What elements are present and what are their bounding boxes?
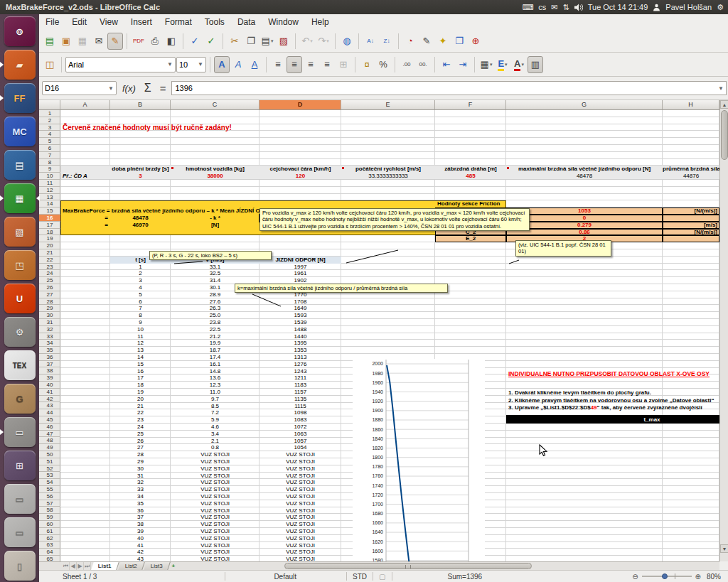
t-value[interactable]: 2 [110, 270, 171, 277]
t-value[interactable]: 40 [110, 535, 171, 542]
zoom-in-icon[interactable]: ⊕ [695, 573, 701, 581]
odpor-value[interactable]: VUZ STOJI [259, 535, 341, 542]
row-header-54[interactable]: 54 [39, 479, 60, 486]
v-value[interactable]: 14.8 [171, 368, 259, 375]
row-header-64[interactable]: 64 [39, 549, 60, 556]
odpor-value[interactable]: VUZ STOJI [259, 507, 341, 514]
embedded-chart[interactable]: 2000198019601940192019001880186018401820… [353, 359, 485, 561]
function-wizard-icon[interactable]: f(x) [119, 83, 139, 94]
v-value[interactable]: 11.0 [171, 389, 259, 396]
t-value[interactable]: 9 [110, 319, 171, 326]
v-value[interactable]: VUZ STOJI [171, 451, 259, 458]
launcher-simple-scan[interactable]: ▭ [4, 417, 36, 447]
odpor-value[interactable]: VUZ STOJI [259, 500, 341, 507]
v-value[interactable]: VUZ STOJI [171, 535, 259, 542]
row-header-10[interactable]: 10 [39, 173, 60, 180]
row-header-55[interactable]: 55 [39, 486, 60, 493]
v-value[interactable]: VUZ STOJI [171, 500, 259, 507]
t-value[interactable]: 18 [110, 382, 171, 389]
row-header-52[interactable]: 52 [39, 465, 60, 473]
percent-icon[interactable]: % [375, 56, 391, 73]
v-value[interactable]: 32.5 [171, 270, 259, 277]
row-header-38[interactable]: 38 [39, 367, 60, 374]
v-value[interactable]: 33.1 [171, 264, 259, 271]
row-header-50[interactable]: 50 [39, 451, 60, 458]
odpor-value[interactable]: 1115 [259, 403, 341, 410]
t-value[interactable]: 1 [110, 264, 171, 271]
row-header-60[interactable]: 60 [39, 521, 60, 528]
header-G9[interactable]: maximální brzdná síla včetně jízdního od… [506, 166, 663, 173]
t-value[interactable]: 23 [110, 416, 171, 424]
odpor-value[interactable]: 1353 [259, 347, 341, 354]
v-value[interactable]: 16.1 [171, 361, 259, 368]
vertical-scrollbar[interactable]: ▲ ▼ [719, 100, 728, 561]
status-sum[interactable]: Sum=1396 [448, 573, 483, 581]
launcher-dash-home[interactable]: ⊚ [4, 16, 36, 46]
header-D9[interactable]: cejchovací čára [km/h] [259, 166, 341, 173]
scroll-up-icon[interactable]: ▲ [720, 100, 728, 109]
v-value[interactable]: 9.7 [171, 396, 259, 403]
t-value[interactable]: 19 [110, 389, 171, 396]
zoom-out-icon[interactable]: ⊖ [632, 573, 638, 581]
value-A10[interactable]: Př.: ČD A [60, 173, 110, 180]
row-header-48[interactable]: 48 [39, 437, 60, 444]
t-value[interactable]: 35 [110, 500, 171, 507]
borders-icon[interactable]: ▦▾ [478, 56, 494, 73]
column-header-A[interactable]: A [60, 100, 110, 109]
column-header-H[interactable]: H [663, 100, 719, 109]
odpor-value[interactable]: 1440 [259, 333, 341, 340]
v-value[interactable]: VUZ STOJI [171, 473, 259, 480]
value-B10[interactable]: 3 [110, 173, 171, 180]
t-value[interactable]: 21 [110, 403, 171, 410]
column-header-D[interactable]: D [259, 100, 341, 109]
formula-eq-17[interactable]: = [60, 222, 110, 229]
odpor-value[interactable]: 1276 [259, 361, 341, 368]
launcher-firefox[interactable]: FF [4, 83, 36, 113]
v-value[interactable]: VUZ STOJI [171, 549, 259, 556]
menu-file[interactable]: File [39, 15, 65, 29]
row-header-7[interactable]: 7 [39, 152, 60, 159]
export-pdf-icon[interactable]: PDF [131, 33, 146, 50]
menu-window[interactable]: Window [262, 15, 305, 29]
t-value[interactable]: 38 [110, 521, 171, 528]
header-F9[interactable]: zábrzdná dráha [m] [435, 166, 506, 173]
chart-icon[interactable]: ◔ [402, 33, 418, 50]
row-header-14[interactable]: 14 [39, 200, 60, 208]
select-all-corner[interactable] [39, 100, 60, 109]
draw-functions-icon[interactable]: ✎ [419, 33, 434, 50]
value-D10[interactable]: 120 [259, 173, 341, 180]
background-color-icon[interactable]: E▾ [495, 56, 510, 73]
row-header-53[interactable]: 53 [39, 472, 60, 479]
v-value[interactable]: VUZ STOJI [171, 479, 259, 486]
t-value[interactable]: 29 [110, 458, 171, 465]
friction-value-V_2[interactable]: 0.279 [506, 222, 663, 229]
row-header-40[interactable]: 40 [39, 382, 60, 389]
row-header-16[interactable]: 16 [39, 215, 60, 222]
row-header-20[interactable]: 20 [39, 242, 60, 249]
menu-edit[interactable]: Edit [65, 15, 93, 29]
row-header-47[interactable]: 47 [39, 431, 60, 438]
row-header-36[interactable]: 36 [39, 354, 60, 361]
spelling-icon[interactable]: ✓ [187, 33, 203, 50]
navigator-icon[interactable]: ✦ [435, 33, 451, 50]
row-header-42[interactable]: 42 [39, 396, 60, 403]
t-value[interactable]: 16 [110, 368, 171, 375]
v-value[interactable]: 5.9 [171, 416, 259, 424]
column-headers[interactable]: ABCDEFGH [39, 100, 719, 110]
launcher-workspace-switcher[interactable]: ⊞ [4, 451, 36, 480]
column-header-C[interactable]: C [171, 100, 259, 109]
copy-icon[interactable]: ❐ [243, 33, 259, 50]
v-value[interactable]: 3.4 [171, 431, 259, 438]
next-sheet-icon[interactable]: ▶ [77, 562, 84, 570]
row-header-23[interactable]: 23 [39, 264, 60, 271]
underline-icon[interactable]: A [247, 56, 262, 73]
v-value[interactable]: VUZ STOJI [171, 542, 259, 549]
value-H10[interactable]: 44876 [663, 173, 719, 180]
red-note-banner[interactable]: Červeně značené hodnoty musí být ručně z… [60, 124, 345, 131]
odpor-value[interactable]: VUZ STOJI [259, 521, 341, 528]
formula-eq-16[interactable]: = [60, 215, 110, 222]
print-preview-icon[interactable]: ◧ [164, 33, 179, 50]
t-value[interactable]: 8 [110, 312, 171, 319]
odpor-value[interactable]: 1243 [259, 368, 341, 375]
edit-mode-icon[interactable]: ✎ [107, 33, 123, 50]
